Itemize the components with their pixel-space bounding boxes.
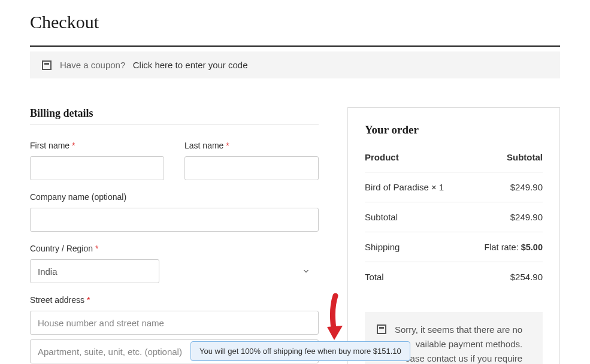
- company-label: Company name (optional): [30, 192, 319, 202]
- first-name-label: First name *: [30, 141, 164, 150]
- payment-notice-text-3: ease contact us if you require: [395, 351, 522, 364]
- last-name-label: Last name *: [184, 141, 319, 150]
- order-total-label: Total: [365, 272, 384, 282]
- country-select[interactable]: [30, 259, 159, 283]
- country-label: Country / Region *: [30, 244, 319, 253]
- payment-notice-text-2: vailable payment methods.: [395, 337, 522, 351]
- promo-badge: You will get 100% off shipping fee when …: [190, 341, 410, 361]
- company-input[interactable]: [30, 208, 319, 232]
- billing-section: Billing details First name * Last name *: [30, 107, 319, 364]
- coupon-bar: Have a coupon? Click here to enter your …: [30, 51, 560, 78]
- order-shipping-amount: $5.00: [521, 242, 543, 252]
- order-shipping-prefix: Flat rate:: [484, 242, 518, 252]
- coupon-icon: [42, 60, 52, 70]
- order-header-row: Product Subtotal: [365, 152, 543, 172]
- order-total-value: $254.90: [510, 272, 543, 282]
- order-head-product: Product: [365, 152, 399, 162]
- street-input-1[interactable]: [30, 311, 319, 335]
- order-total-row: Total $254.90: [365, 262, 543, 292]
- order-item-row: Bird of Paradise × 1 $249.90: [365, 172, 543, 202]
- order-subtotal-value: $249.90: [510, 212, 543, 222]
- payment-notice-text-1: Sorry, it seems that there are no: [395, 323, 522, 337]
- order-subtotal-label: Subtotal: [365, 212, 398, 222]
- order-title: Your order: [365, 123, 543, 136]
- coupon-prompt: Have a coupon?: [60, 60, 125, 70]
- info-icon: [377, 324, 386, 334]
- order-subtotal-row: Subtotal $249.90: [365, 202, 543, 232]
- order-head-subtotal: Subtotal: [507, 152, 543, 162]
- order-item-price: $249.90: [510, 182, 543, 192]
- last-name-input[interactable]: [184, 156, 319, 180]
- order-shipping-row: Shipping Flat rate: $5.00: [365, 232, 543, 262]
- first-name-input[interactable]: [30, 156, 164, 180]
- page-title: Checkout: [30, 12, 560, 32]
- chevron-down-icon: [302, 267, 310, 275]
- order-shipping-label: Shipping: [365, 242, 400, 252]
- order-item-name: Bird of Paradise × 1: [365, 182, 444, 192]
- order-summary: Your order Product Subtotal Bird of Para…: [347, 107, 560, 364]
- coupon-link[interactable]: Click here to enter your code: [133, 60, 248, 70]
- street-label: Street address *: [30, 295, 319, 305]
- divider: [30, 46, 560, 47]
- billing-divider: [30, 125, 319, 125]
- billing-title: Billing details: [30, 107, 319, 120]
